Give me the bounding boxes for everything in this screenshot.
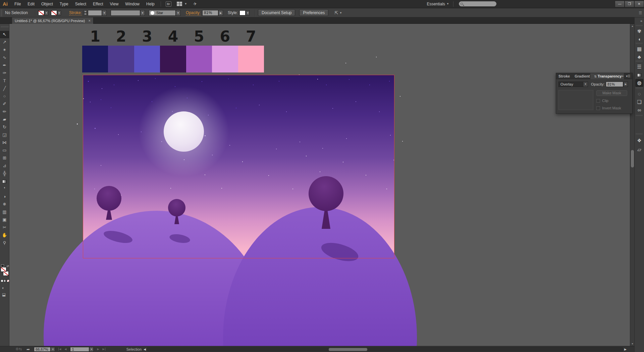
menu-object[interactable]: Object — [38, 0, 56, 8]
document-setup-button[interactable]: Document Setup — [258, 9, 295, 16]
palette-swatch-1[interactable] — [82, 46, 108, 72]
panel-opacity-arrow[interactable]: ▶ — [624, 82, 628, 87]
scroll-right-arrow[interactable]: ▶ — [624, 348, 627, 351]
asset-export-panel-icon[interactable]: ▱ — [635, 146, 643, 154]
libraries-panel-icon[interactable]: ∞ — [635, 106, 643, 114]
stroke-dropdown-arrow[interactable]: ▼ — [57, 10, 61, 15]
symbols-panel-icon[interactable]: ♣ — [635, 53, 643, 61]
clip-checkbox[interactable]: Clip — [596, 99, 608, 103]
menu-file[interactable]: File — [11, 0, 24, 8]
menu-type[interactable]: Type — [56, 0, 72, 8]
palette-swatch-2[interactable] — [108, 46, 134, 72]
zoom-level-field[interactable]: 66,67% — [34, 347, 51, 352]
stroke-weight-field[interactable] — [88, 10, 102, 16]
star[interactable] — [95, 128, 96, 129]
scroll-left-arrow[interactable]: ◀ — [144, 348, 146, 351]
line-segment-tool[interactable]: ╱ — [0, 85, 9, 92]
close-button[interactable]: ✕ — [634, 1, 644, 7]
star[interactable] — [386, 189, 387, 189]
star[interactable] — [279, 81, 279, 82]
menu-view[interactable]: View — [107, 0, 122, 8]
opacity-link[interactable]: Opacity: — [186, 10, 201, 15]
star[interactable] — [376, 57, 377, 57]
palette-swatch-3[interactable] — [134, 46, 160, 72]
star[interactable] — [332, 108, 333, 109]
star[interactable] — [101, 165, 101, 166]
width-profile-dropdown[interactable]: ▼ — [140, 10, 145, 16]
workspace-switcher[interactable]: Essentials — [427, 2, 445, 6]
document-tab[interactable]: Untitled-1* @ 66,67% (RGB/GPU Preview) × — [12, 17, 94, 24]
next-artboard-icon[interactable]: ▶ — [97, 348, 99, 351]
eyedropper-tool[interactable]: ❜ — [0, 185, 9, 193]
star[interactable] — [202, 81, 202, 82]
star[interactable] — [90, 102, 91, 102]
star[interactable] — [390, 135, 391, 136]
palette-swatch-7[interactable] — [238, 46, 264, 72]
star[interactable] — [320, 171, 320, 172]
star[interactable] — [253, 85, 254, 85]
type-tool[interactable]: T — [0, 77, 9, 85]
paintbrush-tool[interactable]: ✐ — [0, 100, 9, 108]
select-similar-dropdown[interactable]: ▼ — [339, 11, 342, 14]
star[interactable] — [205, 174, 205, 175]
vertical-scrollbar[interactable]: ▲ ▼ — [630, 24, 634, 346]
artboard-tool[interactable]: ▣ — [0, 216, 9, 223]
menu-window[interactable]: Window — [122, 0, 143, 8]
panel-menu-icon[interactable]: ▾☰ — [626, 74, 630, 78]
star[interactable] — [379, 111, 380, 112]
selection-tool[interactable]: ↖ — [0, 31, 9, 38]
star[interactable] — [366, 175, 366, 175]
chevron-down-icon[interactable]: ▼ — [184, 2, 187, 5]
bridge-icon[interactable]: Br — [166, 1, 171, 7]
stroke-color-swatch[interactable] — [51, 10, 57, 15]
column-graph-tool[interactable]: ▥ — [0, 208, 9, 216]
star[interactable] — [83, 98, 84, 99]
width-tool[interactable]: ⋈ — [0, 139, 9, 146]
gradient-button[interactable] — [4, 280, 6, 282]
tree-crown-1[interactable] — [97, 186, 121, 211]
first-artboard-icon[interactable]: ◀ — [58, 348, 61, 351]
palette-swatch-6[interactable] — [212, 46, 238, 72]
stroke-panel-icon[interactable]: ☰ — [635, 63, 643, 71]
menu-help[interactable]: Help — [143, 0, 158, 8]
rotate-tool[interactable]: ↻ — [0, 123, 9, 131]
swap-fill-stroke-icon[interactable]: ⇄ — [6, 264, 9, 268]
star[interactable] — [111, 107, 111, 108]
star[interactable] — [292, 189, 293, 189]
zoom-tool[interactable]: ⚲ — [0, 239, 9, 247]
mesh-tool[interactable]: ╬ — [0, 170, 9, 177]
ellipse-tool[interactable]: ○ — [0, 93, 9, 100]
artboard-number-field[interactable]: 1 — [70, 347, 89, 352]
scale-tool[interactable]: ◲ — [0, 131, 9, 139]
opacity-arrow[interactable]: ▶ — [218, 10, 223, 16]
curvature-tool[interactable]: ✑ — [0, 69, 9, 77]
expand-dock-icon[interactable]: « — [640, 19, 642, 23]
swatches-panel-icon[interactable]: ▦ — [635, 45, 643, 53]
chevron-down-icon[interactable]: ▼ — [446, 2, 449, 5]
status-gear-icon[interactable]: ⚙⇆ — [15, 347, 22, 351]
select-similar-icon[interactable]: ⇱ — [334, 10, 338, 15]
shape-builder-tool[interactable]: ⊞ — [0, 154, 9, 162]
star[interactable] — [101, 99, 101, 100]
eraser-tool[interactable]: ▰ — [0, 116, 9, 123]
horizontal-scroll-track[interactable] — [147, 347, 623, 351]
menu-edit[interactable]: Edit — [24, 0, 38, 8]
blend-tool[interactable]: ◑ — [0, 193, 9, 200]
star[interactable] — [349, 79, 350, 80]
star[interactable] — [88, 81, 89, 82]
star[interactable] — [138, 80, 139, 81]
star[interactable] — [389, 81, 390, 82]
blend-mode-dropdown[interactable]: Overlay ▼ — [558, 82, 588, 87]
brush-dropdown-arrow[interactable]: ▼ — [176, 10, 180, 16]
star[interactable] — [77, 123, 78, 124]
color-button[interactable] — [1, 280, 3, 282]
star[interactable] — [400, 96, 400, 97]
canvas-pasteboard[interactable]: 1234567 — [9, 24, 630, 346]
collapse-panel-icon[interactable]: » — [622, 74, 624, 78]
drawing-mode-icon[interactable]: ◐ — [2, 286, 4, 290]
style-dropdown-arrow[interactable]: ▼ — [246, 10, 250, 15]
tools-grip[interactable] — [1, 26, 8, 28]
search-input[interactable] — [459, 1, 496, 6]
width-profile-field[interactable] — [111, 10, 140, 16]
stroke-indicator[interactable] — [3, 271, 9, 276]
